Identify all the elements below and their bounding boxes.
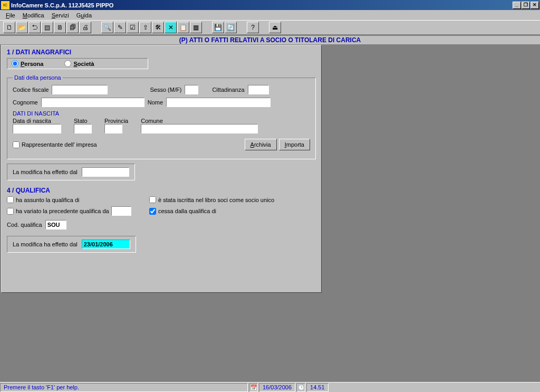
tb-back-icon[interactable]: ⮌ [28,22,41,33]
comune-input[interactable] [141,124,258,133]
dati-persona-fieldset: Dati della persona Codice fiscale Sesso … [7,74,316,159]
chk-cessa[interactable]: cessa dalla qualifica di [149,208,307,215]
cittadinanza-input[interactable] [248,85,269,94]
tb-save-icon[interactable]: 💾 [212,22,224,33]
form-panel: 1 / DATI ANAGRAFICI Persona Società Dati… [1,45,322,293]
effetto1-input[interactable] [82,167,129,177]
menu-modifica[interactable]: Modifica [19,11,48,20]
statusbar: Premere il tasto 'F1' per help. 📅 16/03/… [0,382,540,392]
dati-persona-legend: Dati della persona [13,74,63,81]
tb-upload-icon[interactable]: ⇪ [139,22,151,33]
tb-doc-icon[interactable]: 🗎 [54,22,66,33]
calendar-icon: 📅 [249,383,258,392]
cod-qualifica-input[interactable] [45,220,66,230]
prev-qualifica-input[interactable] [111,206,131,216]
minimize-button[interactable]: _ [513,2,521,9]
tb-copy-icon[interactable]: 🗐 [66,22,79,33]
tb-open-icon[interactable]: 📂 [16,22,28,33]
radio-persona[interactable]: Persona [12,60,43,67]
menubar: File Modifica Servizi Guida [0,10,540,20]
effetto1-box: La modifica ha effetto dal [7,164,135,180]
archivia-button[interactable]: Archivia [245,139,277,150]
tipo-radio-group: Persona Società [7,58,148,69]
rappresentante-checkbox[interactable]: Rappresentante dell' impresa [13,141,97,148]
nome-label: Nome [148,99,163,106]
effetto1-label: La modifica ha effetto dal [13,169,78,175]
tb-exit-icon[interactable]: ⏏ [269,22,281,33]
comune-label: Comune [141,118,258,124]
window-title: InfoCamere S.C.p.A. 112J5425 PIPPO [11,2,513,8]
window-titlebar: IC InfoCamere S.C.p.A. 112J5425 PIPPO _ … [0,0,540,10]
maximize-button[interactable]: ❐ [522,2,530,9]
workspace: 1 / DATI ANAGRAFICI Persona Società Dati… [0,45,540,382]
tb-print-icon[interactable]: 🖨 [79,22,91,33]
tb-tool-icon[interactable]: 🛠 [152,22,164,33]
tb-delete-icon[interactable]: ✕ [165,22,177,33]
tb-help-icon[interactable]: ? [247,22,259,33]
cognome-input[interactable] [41,98,144,107]
provincia-input[interactable] [104,124,122,133]
status-date: 16/03/2006 [259,383,295,392]
section1-header: 1 / DATI ANAGRAFICI [7,49,316,56]
status-help: Premere il tasto 'F1' per help. [0,383,248,392]
effetto4-input[interactable] [82,240,130,249]
rappresentante-label: Rappresentante dell' impresa [22,141,97,148]
menu-guida[interactable]: Guida [73,11,95,20]
menu-file[interactable]: File [2,11,19,20]
clock-icon: 🕑 [296,383,305,392]
dati-nascita-header: DATI DI NASCITA [13,110,310,117]
nome-input[interactable] [166,98,271,107]
tb-find-icon[interactable]: 🔍 [101,22,113,33]
status-time: 14.51 [306,383,329,392]
data-nascita-label: Data di nascita [13,118,61,124]
radio-societa[interactable]: Società [64,60,94,67]
provincia-label: Provincia [104,118,128,124]
sesso-input[interactable] [185,85,198,94]
tb-checklist-icon[interactable]: ☑ [127,22,139,33]
codice-fiscale-label: Codice fiscale [13,87,49,93]
stato-label: Stato [74,118,92,124]
effetto4-label: La modifica ha effetto dal [13,241,78,247]
tb-edit-icon[interactable]: ✎ [114,22,126,33]
data-nascita-input[interactable] [13,124,61,133]
cittadinanza-label: Cittadinanza [212,87,244,93]
effetto4-box: La modifica ha effetto dal [7,236,136,253]
cognome-label: Cognome [13,99,38,106]
close-button[interactable]: ✕ [531,2,539,9]
chk-variato[interactable]: ha variato la precedente qualifica da [7,208,109,215]
app-icon: IC [1,1,9,9]
sesso-label: Sesso (M/F) [150,87,181,93]
chk-iscritta[interactable]: è stata iscritta nel libro soci come soc… [149,196,307,203]
page-banner: (P) ATTI O FATTI RELATIVI A SOCIO O TITO… [0,35,540,44]
tb-paste-icon[interactable]: 📋 [177,22,189,33]
section4-header: 4 / QUALIFICA [7,187,316,194]
tb-list-icon[interactable]: ▤ [41,22,53,33]
tb-new-icon[interactable]: 🗋 [3,22,15,33]
tb-refresh-icon[interactable]: 🔄 [225,22,237,33]
menu-servizi[interactable]: Servizi [48,11,73,20]
toolbar: 🗋 📂 ⮌ ▤ 🗎 🗐 🖨 🔍 ✎ ☑ ⇪ 🛠 ✕ 📋 ▦ 💾 🔄 ? ⏏ [0,20,540,35]
chk-assunto[interactable]: ha assunto la qualifica di [7,196,149,203]
stato-input[interactable] [74,124,92,133]
codice-fiscale-input[interactable] [52,85,108,94]
tb-grid-icon[interactable]: ▦ [190,22,202,33]
importa-button[interactable]: Importa [279,139,310,150]
cod-qualifica-label: Cod. qualifica [7,222,42,228]
